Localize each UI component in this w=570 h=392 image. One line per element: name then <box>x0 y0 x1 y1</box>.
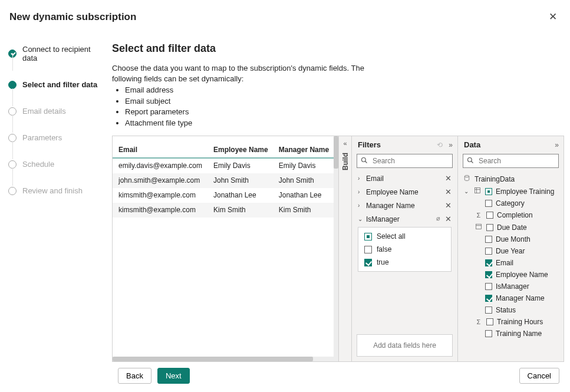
table-column-header[interactable]: Manager Name <box>273 136 334 158</box>
table-header-row: EmailEmployee NameManager Name <box>113 136 334 158</box>
checkbox[interactable] <box>364 259 372 266</box>
close-icon[interactable]: ✕ <box>445 174 452 183</box>
filter-option[interactable]: Select all <box>358 230 451 243</box>
close-icon[interactable]: ✕ <box>445 215 452 223</box>
filter-option[interactable]: true <box>358 256 451 269</box>
table-row[interactable]: john.smith@example.comJohn SmithJohn Smi… <box>113 173 334 188</box>
dialog-title: New dynamic subscription <box>9 11 136 23</box>
field-row[interactable]: Due Month <box>462 233 560 245</box>
bullet-item: Email subject <box>125 96 371 107</box>
field-row[interactable]: Due Year <box>462 245 560 257</box>
table-column-header[interactable]: Employee Name <box>207 136 273 158</box>
svg-point-2 <box>468 157 472 162</box>
bullet-item: Email address <box>125 85 371 95</box>
table-scroll[interactable]: EmailEmployee NameManager Name emily.dav… <box>113 136 334 357</box>
step-dot-icon <box>8 187 17 195</box>
checkbox[interactable] <box>486 212 493 219</box>
checkbox[interactable] <box>485 200 492 207</box>
field-row[interactable]: Status <box>462 304 560 316</box>
filters-header: Filters ⟲ » <box>352 136 457 151</box>
checkbox[interactable] <box>485 283 492 290</box>
table-cell: emily.davis@example.com <box>113 158 207 173</box>
checkbox[interactable] <box>485 307 492 314</box>
filters-search-input[interactable] <box>371 156 462 166</box>
data-search[interactable] <box>463 154 559 168</box>
table-column-header[interactable]: Email <box>113 136 207 158</box>
field-row[interactable]: Σ Completion <box>462 209 560 221</box>
add-fields-dropzone[interactable]: Add data fields here <box>357 334 453 357</box>
field-row[interactable]: Manager Name <box>462 292 560 304</box>
checkbox[interactable] <box>485 295 492 302</box>
table-row[interactable]: kimsmith@example.comJonathan LeeJonathan… <box>113 188 334 203</box>
field-name: Completion <box>497 211 533 219</box>
filter-field-row[interactable]: ⌄ IsManager ⌀✕ <box>354 212 455 226</box>
field-row[interactable]: Σ Training Hours <box>462 316 560 328</box>
vertical-scrollbar[interactable] <box>334 136 338 361</box>
step-5: Review and finish <box>8 186 101 195</box>
step-2: Email details <box>8 107 101 116</box>
dataset-row[interactable]: TrainingData <box>462 173 560 185</box>
close-icon[interactable]: ✕ <box>445 187 452 196</box>
filter-field-name: Employee Name <box>366 188 419 196</box>
desc-text: Choose the data you want to map to the s… <box>112 64 364 83</box>
filters-title: Filters <box>358 140 381 149</box>
table-cell: Kim Smith <box>273 203 334 218</box>
dataset-name: TrainingData <box>475 175 515 183</box>
dialog-body: Connect to recipient data Select and fil… <box>0 32 570 362</box>
eraser-icon[interactable]: ⌀ <box>436 215 440 223</box>
checkbox[interactable] <box>485 236 492 243</box>
field-row[interactable]: Category <box>462 197 560 209</box>
checkbox[interactable] <box>486 318 493 325</box>
filter-field-row[interactable]: › Email ✕ <box>354 172 455 185</box>
field-name: Email <box>496 259 513 267</box>
step-dot-icon <box>8 134 17 142</box>
table-name: Employee Training <box>496 187 554 196</box>
step-label: Email details <box>22 107 66 116</box>
checkbox[interactable] <box>485 188 492 195</box>
field-row[interactable]: Due Date <box>462 221 560 233</box>
step-0[interactable]: Connect to recipient data <box>8 45 101 62</box>
cancel-button[interactable]: Cancel <box>519 368 559 384</box>
filter-eraser-icon[interactable]: ⟲ <box>437 141 443 149</box>
checkbox[interactable] <box>486 224 493 231</box>
close-icon[interactable]: ✕ <box>445 201 452 210</box>
filters-search[interactable] <box>357 154 453 168</box>
filters-pane: Filters ⟲ » › Email ✕› Employee Name ✕› … <box>351 136 457 361</box>
checkbox[interactable] <box>485 259 492 266</box>
table-body: emily.davis@example.comEmily DavisEmily … <box>113 158 334 218</box>
build-tab[interactable]: « Build <box>338 136 351 361</box>
checkbox[interactable] <box>364 246 372 253</box>
chevron-right-icon[interactable]: » <box>449 141 453 149</box>
chevron-left-icon[interactable]: « <box>343 140 347 147</box>
data-title: Data <box>464 140 480 149</box>
search-icon <box>467 157 474 166</box>
table-node-row[interactable]: ⌄ Employee Training <box>462 185 560 197</box>
back-button[interactable]: Back <box>118 368 151 384</box>
step-1[interactable]: Select and filter data <box>8 80 101 89</box>
checkbox[interactable] <box>485 271 492 278</box>
field-name: IsManager <box>496 282 529 291</box>
close-icon[interactable]: ✕ <box>549 11 557 23</box>
chevron-right-icon[interactable]: » <box>555 141 559 149</box>
filter-field-row[interactable]: › Employee Name ✕ <box>354 185 455 199</box>
field-row[interactable]: Email <box>462 257 560 269</box>
field-row[interactable]: Training Name <box>462 328 560 340</box>
table-row[interactable]: kimsmith@example.comKim SmithKim Smith <box>113 203 334 218</box>
checkbox[interactable] <box>485 248 492 255</box>
page-heading: Select and filter data <box>112 42 564 55</box>
field-name: Manager Name <box>496 294 545 302</box>
table-cell: John Smith <box>273 173 334 188</box>
filter-field-row[interactable]: › Manager Name ✕ <box>354 199 455 212</box>
data-search-input[interactable] <box>477 156 564 166</box>
checkbox[interactable] <box>485 330 492 337</box>
field-row[interactable]: IsManager <box>462 281 560 292</box>
table-row[interactable]: emily.davis@example.comEmily DavisEmily … <box>113 158 334 173</box>
field-row[interactable]: Employee Name <box>462 269 560 281</box>
horizontal-scrollbar[interactable] <box>113 357 334 361</box>
checkbox[interactable] <box>364 233 372 241</box>
step-dot-icon <box>8 160 17 169</box>
field-name: Category <box>496 199 525 207</box>
filter-option[interactable]: false <box>358 243 451 256</box>
data-preview-panel: EmailEmployee NameManager Name emily.dav… <box>113 136 338 361</box>
next-button[interactable]: Next <box>157 368 190 384</box>
